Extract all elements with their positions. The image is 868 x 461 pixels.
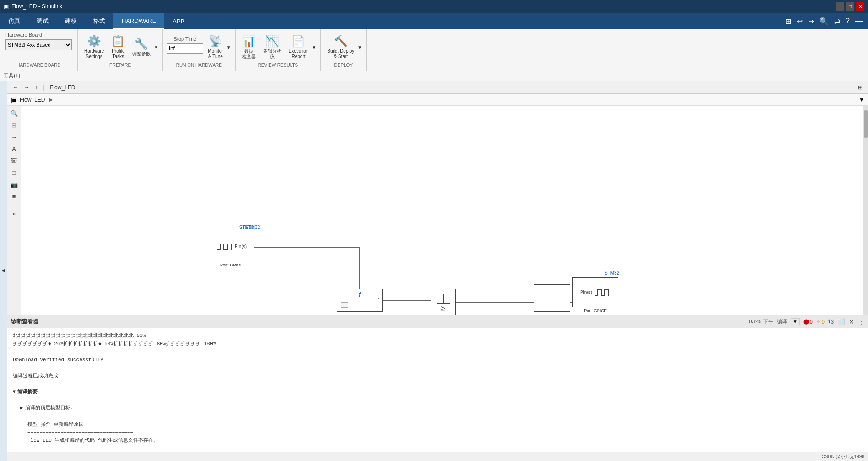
diag-expand-btn[interactable]: ⬜ bbox=[837, 318, 845, 325]
hw-board-select[interactable]: STM32F4xx Based bbox=[5, 39, 72, 50]
logic-block[interactable]: ≥ 0 bbox=[431, 289, 456, 315]
close-button[interactable]: ✕ bbox=[856, 2, 864, 11]
zoom-in-btn[interactable]: 🔍 bbox=[9, 108, 20, 119]
switch-btn[interactable]: ⇄ bbox=[832, 16, 842, 27]
grid-btn[interactable]: ⊞ bbox=[783, 16, 793, 27]
simulink-canvas[interactable]: STM32 Pin(s) Port: GPIOE STM32 bbox=[21, 106, 863, 315]
monitor-tune-button[interactable]: 📡 Monitor& Tune bbox=[205, 33, 226, 61]
deploy-label: DEPLOY bbox=[324, 63, 362, 69]
fcn-inner-rect bbox=[341, 302, 348, 308]
logic-inner: ≥ bbox=[431, 289, 455, 315]
text-btn[interactable]: A bbox=[9, 143, 20, 154]
menu-hardware[interactable]: HARDWARE bbox=[113, 13, 164, 29]
arrow-right-btn[interactable]: → bbox=[9, 131, 20, 142]
diag-close-btn[interactable]: ✕ bbox=[849, 318, 854, 325]
adjust-params-button[interactable]: 🔧 调整参数 bbox=[129, 36, 153, 58]
diag-section-title: 编译摘要 bbox=[17, 388, 38, 396]
tools-label: 工具(T) bbox=[4, 72, 20, 79]
adjust-params-arrow[interactable]: ▼ bbox=[153, 45, 159, 50]
diag-time: 03:45 下午 bbox=[749, 318, 773, 325]
nav-back[interactable]: ← bbox=[11, 83, 20, 92]
expand-panel-btn[interactable]: » bbox=[9, 208, 20, 219]
deploy-group: 🔨 Build, Deploy& Start ▼ DEPLOY bbox=[321, 29, 367, 71]
minimize-button[interactable]: — bbox=[836, 2, 844, 11]
diagnostic-body[interactable]: 北北北北北北北北北北北北北北北北北北北北北北北北 50% 扩扩扩扩扩扩扩◆ 26… bbox=[7, 328, 868, 452]
build-deploy-arrow[interactable]: ▼ bbox=[357, 45, 362, 50]
menu-format[interactable]: 格式 bbox=[85, 13, 113, 29]
prepare-buttons: ⚙️ HardwareSettings 📋 ProfileTasks 🔧 调整参… bbox=[81, 32, 159, 63]
build-deploy-button[interactable]: 🔨 Build, Deploy& Start bbox=[324, 33, 357, 61]
app-icon: ▣ bbox=[4, 3, 9, 10]
model-header-expand[interactable]: ▼ bbox=[859, 97, 864, 103]
diag-dropdown-btn[interactable]: ▼ bbox=[791, 318, 800, 325]
diag-time-label: 编译 bbox=[777, 318, 787, 325]
stm32-gpioe-stm32-label: STM32 bbox=[245, 225, 260, 230]
diagnostic-title: 诊断查看器 bbox=[11, 318, 38, 325]
stm32-gpioe-inner: Pin(s) bbox=[209, 232, 254, 261]
nav-expand[interactable]: ⊞ bbox=[856, 83, 864, 92]
logic-symbol: ≥ bbox=[441, 304, 446, 314]
hw-board-group: Hardware Board STM32F4xx Based HARDWARE … bbox=[0, 29, 78, 71]
menu-close-btn[interactable]: — bbox=[853, 16, 864, 26]
menu-simulation[interactable]: 仿真 bbox=[0, 13, 28, 29]
adjust-params-label: 调整参数 bbox=[132, 51, 151, 57]
list-btn[interactable]: ≡ bbox=[9, 191, 20, 202]
data-inspector-button[interactable]: 📊 数据检查器 bbox=[239, 33, 259, 61]
diagnostic-header: 诊断查看器 03:45 下午 编译 ▼ ⬤ 0 ⚠ 0 bbox=[7, 315, 868, 328]
diag-progress-line1: 北北北北北北北北北北北北北北北北北北北北北北北北 50% bbox=[13, 332, 863, 340]
prepare-group: ⚙️ HardwareSettings 📋 ProfileTasks 🔧 调整参… bbox=[78, 29, 163, 71]
rect-btn[interactable]: □ bbox=[9, 167, 20, 178]
profile-tasks-button[interactable]: 📋 ProfileTasks bbox=[108, 33, 128, 61]
model-header-icon: ▣ bbox=[11, 96, 17, 103]
status-watermark: CSDN @小师兄1998 bbox=[821, 454, 864, 460]
diag-model-target-expand[interactable]: ▶ 编译的顶层模型目标: bbox=[20, 404, 863, 412]
menu-debug[interactable]: 调试 bbox=[28, 13, 57, 29]
canvas-scrollbar-v[interactable] bbox=[863, 106, 868, 315]
image-btn[interactable]: 🖼 bbox=[9, 155, 20, 166]
build-deploy-icon: 🔨 bbox=[334, 35, 348, 47]
diag-table-header: 模型 操作 重新编译原因 bbox=[27, 421, 863, 429]
prepare-label: PREPARE bbox=[81, 63, 159, 69]
intermediate-block[interactable] bbox=[534, 284, 570, 312]
exec-report-arrow[interactable]: ▼ bbox=[311, 45, 317, 50]
menu-modeling[interactable]: 建模 bbox=[57, 13, 85, 29]
canvas-container: 🔍 ⊞ → A 🖼 □ 📷 ≡ » bbox=[7, 106, 868, 315]
toolbar-row: Hardware Board STM32F4xx Based HARDWARE … bbox=[0, 29, 868, 71]
help-btn[interactable]: ? bbox=[844, 16, 852, 26]
nav-breadcrumb: Flow_LED bbox=[48, 84, 77, 91]
left-tool-panel: 🔍 ⊞ → A 🖼 □ 📷 ≡ » bbox=[7, 106, 21, 315]
stop-time-input[interactable] bbox=[167, 43, 203, 54]
hw-settings-button[interactable]: ⚙️ HardwareSettings bbox=[81, 33, 107, 61]
redo-btn[interactable]: ↪ bbox=[806, 16, 816, 27]
monitor-tune-arrow[interactable]: ▼ bbox=[226, 45, 232, 50]
error-count: 0 bbox=[810, 319, 813, 325]
model-header: ▣ Flow_LED ▶ ▼ bbox=[7, 94, 868, 106]
fit-btn[interactable]: ⊞ bbox=[9, 119, 20, 130]
diagnostic-panel: 诊断查看器 03:45 下午 编译 ▼ ⬤ 0 ⚠ 0 bbox=[7, 315, 868, 452]
diag-section-expand[interactable]: ▼ 编译摘要 bbox=[13, 388, 863, 396]
search-btn[interactable]: 🔍 bbox=[818, 16, 830, 27]
stm32-gpioe-block[interactable]: STM32 Pin(s) Port: GPIOE bbox=[209, 232, 254, 261]
camera-btn[interactable]: 📷 bbox=[9, 179, 20, 190]
hw-board-section-label: HARDWARE BOARD bbox=[4, 63, 74, 69]
title-bar: ▣ Flow_LED - Simulink — □ ✕ bbox=[0, 0, 868, 13]
stm32-gpiof-block[interactable]: Pin(s) Port: GPIOF bbox=[572, 277, 618, 307]
nav-up[interactable]: ↑ bbox=[33, 83, 39, 92]
v-scroll-thumb[interactable] bbox=[864, 110, 868, 138]
nav-forward[interactable]: → bbox=[22, 83, 31, 92]
logic-analyzer-button[interactable]: 📉 逻辑分析仪 bbox=[260, 33, 284, 61]
undo-btn[interactable]: ↩ bbox=[795, 16, 804, 27]
app-title: ▣ Flow_LED - Simulink bbox=[4, 3, 62, 10]
stm32-gpiof-inner: Pin(s) bbox=[573, 278, 618, 307]
model-header-arrow[interactable]: ▶ bbox=[49, 97, 53, 102]
diag-collapse-icon[interactable]: ▼ bbox=[13, 389, 16, 396]
exec-report-label: ExecutionReport bbox=[289, 49, 309, 60]
fcn-block[interactable]: f 1 bbox=[337, 289, 383, 312]
menu-app[interactable]: APP bbox=[164, 13, 193, 29]
main-area: ▶ ← → ↑ | Flow_LED ⊞ ▣ Flow_LED ▶ ▼ bbox=[0, 81, 868, 461]
vtab-1[interactable]: ▶ bbox=[0, 267, 6, 275]
maximize-button[interactable]: □ bbox=[846, 2, 854, 11]
run-hardware-label: RUN ON HARDWARE bbox=[167, 63, 231, 69]
diag-more-btn[interactable]: ⋮ bbox=[858, 318, 864, 325]
exec-report-button[interactable]: 📄 ExecutionReport bbox=[286, 33, 312, 61]
